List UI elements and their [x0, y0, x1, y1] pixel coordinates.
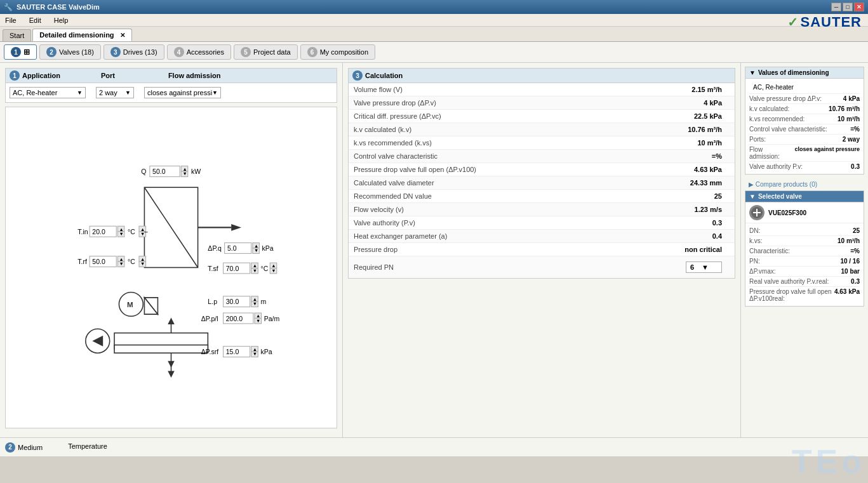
menu-help[interactable]: Help	[51, 15, 71, 25]
calc-row-1: Valve pressure drop (ΔP.v) 4 kPa	[349, 96, 735, 110]
step-tab-4[interactable]: 4 Accessories	[167, 44, 231, 60]
values-dimensioning-content: AC, Re-heater Valve pressure drop ΔP.v: …	[745, 79, 864, 174]
flow-admission-title: Flow admission	[168, 72, 221, 79]
calc-row-10: Valve authority (P.v) 0.3	[349, 216, 735, 230]
tab-close-icon[interactable]: ✕	[120, 32, 125, 39]
svg-text:50.0: 50.0	[92, 258, 105, 265]
calc-row-12: Pressure drop non critical	[349, 243, 735, 256]
dim-label-5: Flow admission:	[749, 146, 794, 160]
valve-label-2: Characteristic:	[749, 248, 850, 255]
calc-value-12: non critical	[561, 243, 735, 256]
svg-text:5.0: 5.0	[227, 244, 237, 252]
dim-label-4: Ports:	[749, 136, 843, 143]
tab-start[interactable]: Start	[3, 29, 31, 41]
step-4-label: Accessories	[187, 48, 224, 56]
svg-text:°C: °C	[128, 258, 135, 265]
calc-value-6: 4.63 kPa	[561, 163, 735, 176]
step-add-icon: ⊞	[23, 48, 30, 56]
left-panel: 1 Application Port Flow admission AC, Re…	[0, 63, 343, 437]
port-select[interactable]: 2 way ▼	[96, 87, 134, 98]
svg-text:▼: ▼	[119, 231, 123, 237]
menu-file[interactable]: File	[3, 15, 19, 25]
window-controls: ─ □ ✕	[831, 3, 864, 11]
calc-row-7: Calculated valve diameter 24.33 mm	[349, 176, 735, 190]
calc-value-1: 4 kPa	[561, 96, 735, 110]
calculation-title: Calculation	[365, 72, 403, 79]
valve-label-4: ΔP.vmax:	[749, 268, 841, 275]
dim-label-0: Valve pressure drop ΔP.v:	[749, 95, 843, 102]
section-num-1: 1	[10, 70, 20, 81]
svg-text:30.0: 30.0	[226, 298, 239, 305]
valve-label-1: k.vs:	[749, 237, 838, 244]
application-field-group: AC, Re-heater ▼	[10, 87, 86, 98]
diagram-svg: Q 50.0 ▲ ▼ kW T.in	[11, 112, 331, 423]
step-tab-2[interactable]: 2 Valves (18)	[39, 44, 101, 60]
svg-text:▼: ▼	[253, 301, 257, 307]
selected-valve-header[interactable]: ▼ Selected valve	[745, 191, 864, 202]
teo-text: TEo	[792, 442, 865, 456]
svg-text:▼: ▼	[119, 261, 123, 267]
svg-text:▼: ▼	[254, 248, 258, 253]
application-select[interactable]: AC, Re-heater ▼	[10, 87, 86, 98]
compare-products-link[interactable]: ▶ Compare products (0)	[745, 178, 864, 190]
svg-text:L.p: L.p	[208, 298, 217, 305]
medium-label: Medium	[18, 444, 43, 451]
step-num-3: 3	[110, 47, 121, 57]
menu-bar: File Edit Help ✓ SAUTER	[0, 14, 868, 27]
dim-label-1: k.v calculated:	[749, 105, 829, 112]
step-tab-6[interactable]: 6 My composition	[300, 44, 375, 60]
close-button[interactable]: ✕	[854, 3, 864, 11]
dim-label-6: Valve authority P.v:	[749, 163, 851, 170]
dim-row-4: Ports: 2 way	[749, 135, 860, 145]
svg-text:°C: °C	[128, 228, 135, 235]
step-tab-3[interactable]: 3 Drives (13)	[103, 44, 164, 60]
valve-value-4: 10 bar	[841, 268, 860, 275]
minimize-button[interactable]: ─	[831, 3, 841, 11]
svg-text:▼: ▼	[256, 318, 260, 324]
title-bar: 🔧 SAUTER CASE ValveDim ─ □ ✕	[0, 0, 868, 14]
dim-value-1: 10.76 m³/h	[829, 105, 860, 112]
dim-value-4: 2 way	[843, 136, 860, 143]
maximize-button[interactable]: □	[843, 3, 853, 11]
svg-text:▼: ▼	[140, 231, 145, 237]
calc-value-9: 1.23 m/s	[561, 203, 735, 216]
svg-text:Q: Q	[141, 168, 146, 175]
calc-label-7: Calculated valve diameter	[349, 176, 561, 190]
dim-label-2: k.vs recommended:	[749, 116, 838, 122]
calc-label-1: Valve pressure drop (ΔP.v)	[349, 96, 561, 110]
calc-row-9: Flow velocity (v) 1.23 m/s	[349, 203, 735, 216]
svg-text:M: M	[127, 301, 133, 308]
calc-row-8: Recommended DN value 25	[349, 190, 735, 203]
selected-valve-content: DN: 25 k.vs: 10 m³/h Characteristic: =% …	[745, 223, 864, 306]
flow-admission-select[interactable]: closes against pressi ▼	[144, 87, 221, 98]
step-tab-1[interactable]: 1 ⊞	[4, 44, 37, 60]
calc-row-6: Pressure drop valve full open (ΔP.v100) …	[349, 163, 735, 176]
svg-text:▼: ▼	[182, 171, 187, 176]
calc-label-0: Volume flow (V)	[349, 83, 561, 96]
calc-label-5: Control valve characteristic	[349, 150, 561, 163]
dim-value-5: closes against pressure	[794, 146, 860, 160]
tab-bar: Start Detailed dimensioning ✕	[0, 27, 868, 42]
tab-detailed[interactable]: Detailed dimensioning ✕	[32, 29, 131, 41]
step-tab-5[interactable]: 5 Project data	[234, 44, 298, 60]
menu-edit[interactable]: Edit	[27, 15, 44, 25]
valve-value-0: 25	[853, 227, 860, 234]
calc-row-4: k.vs recommended (k.vs) 10 m³/h	[349, 136, 735, 150]
svg-marker-94	[168, 371, 175, 378]
svg-text:kPa: kPa	[260, 348, 272, 355]
values-dimensioning-header[interactable]: ▼ Values of dimensioning	[745, 67, 864, 79]
svg-marker-11	[231, 224, 241, 231]
footer-watermark: TEo	[741, 448, 868, 456]
svg-text:▼: ▼	[271, 268, 276, 274]
calc-label-12: Pressure drop	[349, 243, 561, 256]
pn-select[interactable]: 6 ▼	[686, 261, 722, 273]
dim-label-3: Control valve characteristic:	[749, 126, 850, 133]
calc-value-2: 22.5 kPa	[561, 110, 735, 123]
port-value: 2 way	[99, 89, 117, 96]
required-pn-row: Required PN 6 ▼	[349, 256, 735, 279]
valve-label-0: DN:	[749, 227, 853, 234]
logo-text: SAUTER	[801, 14, 862, 30]
calc-value-11: 0.4	[561, 230, 735, 243]
dim-row-5: Flow admission: closes against pressure	[749, 145, 860, 162]
step-6-label: My composition	[320, 48, 368, 56]
